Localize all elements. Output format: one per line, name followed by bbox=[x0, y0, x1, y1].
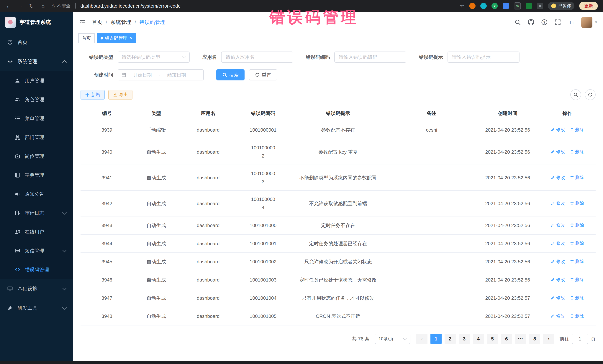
sidebar-item-notice[interactable]: 通知公告 bbox=[0, 185, 73, 203]
edit-button[interactable]: 修改 bbox=[551, 276, 565, 284]
delete-button[interactable]: 删除 bbox=[570, 276, 584, 284]
header-id: 编号 bbox=[81, 106, 133, 121]
error-type-select[interactable]: 请选择错误码类型 bbox=[118, 52, 190, 63]
search-button[interactable]: 搜索 bbox=[216, 69, 244, 80]
cell-msg: 参数配置不存在 bbox=[289, 121, 387, 139]
error-code-input[interactable] bbox=[334, 52, 406, 63]
cell-remark bbox=[387, 271, 476, 289]
sidebar-item-user-management[interactable]: 用户管理 bbox=[0, 71, 73, 90]
address-bar[interactable]: dashboard.yudao.iocoder.cn/system/error-… bbox=[81, 3, 181, 9]
sidebar-item-home[interactable]: 首页 bbox=[0, 33, 73, 52]
home-icon[interactable]: ⌂ bbox=[40, 3, 46, 9]
extension-icon[interactable] bbox=[537, 3, 543, 9]
sidebar-item-audit-log[interactable]: 审计日志 bbox=[0, 203, 73, 222]
error-msg-input[interactable] bbox=[448, 52, 520, 63]
export-button[interactable]: 导出 bbox=[108, 90, 132, 99]
sidebar-item-dept-management[interactable]: 部门管理 bbox=[0, 128, 73, 147]
app-logo[interactable]: 芋道管理系统 bbox=[0, 12, 73, 33]
end-date-input[interactable] bbox=[162, 72, 191, 78]
sidebar-item-online-user[interactable]: 在线用户 bbox=[0, 222, 73, 241]
forward-icon[interactable]: → bbox=[17, 3, 23, 9]
edit-button[interactable]: 修改 bbox=[551, 221, 565, 230]
bookmark-star-icon[interactable]: ☆ bbox=[460, 3, 464, 9]
add-button[interactable]: 新增 bbox=[81, 90, 105, 99]
refresh-button[interactable] bbox=[585, 89, 596, 100]
tab-error-code[interactable]: 错误码管理 × bbox=[97, 33, 136, 43]
extension-icon[interactable] bbox=[480, 3, 487, 9]
page-button-5[interactable]: 5 bbox=[487, 334, 498, 344]
profile-avatar-icon bbox=[551, 3, 556, 8]
back-icon[interactable]: ← bbox=[5, 3, 12, 9]
edit-button[interactable]: 修改 bbox=[551, 239, 565, 248]
breadcrumb-current: 错误码管理 bbox=[139, 19, 165, 26]
delete-button[interactable]: 删除 bbox=[570, 147, 584, 156]
breadcrumb-home[interactable]: 首页 bbox=[92, 19, 103, 26]
help-icon[interactable]: ? bbox=[541, 19, 547, 25]
reload-icon[interactable]: ↻ bbox=[28, 3, 35, 9]
delete-button[interactable]: 删除 bbox=[570, 173, 584, 182]
app-name-input[interactable] bbox=[221, 52, 293, 63]
edit-button[interactable]: 修改 bbox=[551, 257, 565, 266]
screen: ← → ↻ ⌂ ⚠ 不安全 dashboard.yudao.iocoder.cn… bbox=[0, 0, 603, 364]
delete-button[interactable]: 删除 bbox=[570, 221, 584, 230]
sidebar-item-infrastructure[interactable]: 基础设施 bbox=[0, 279, 73, 298]
font-size-icon[interactable]: TT bbox=[568, 19, 574, 25]
sidebar-item-dev-tools[interactable]: 研发工具 bbox=[0, 298, 73, 318]
more-pages-button[interactable]: ••• bbox=[515, 334, 526, 344]
extension-icon[interactable]: on bbox=[514, 2, 521, 10]
github-icon[interactable] bbox=[528, 19, 534, 25]
security-warning[interactable]: ⚠ 不安全 bbox=[51, 3, 70, 9]
search-icon[interactable] bbox=[514, 19, 521, 25]
book-icon bbox=[14, 172, 20, 178]
date-range-picker[interactable]: - bbox=[118, 69, 204, 80]
page-button-1[interactable]: 1 bbox=[430, 334, 441, 344]
cell-app: dashboard bbox=[179, 190, 237, 216]
extension-icon[interactable] bbox=[469, 3, 475, 9]
delete-button[interactable]: 删除 bbox=[570, 199, 584, 208]
sidebar-item-post-management[interactable]: 岗位管理 bbox=[0, 147, 73, 166]
goto-page-input[interactable] bbox=[572, 334, 588, 344]
edit-button[interactable]: 修改 bbox=[551, 312, 565, 320]
tab-home[interactable]: 首页 bbox=[78, 33, 95, 43]
edit-button[interactable]: 修改 bbox=[551, 173, 565, 182]
page-button-6[interactable]: 6 bbox=[501, 334, 512, 344]
edit-button[interactable]: 修改 bbox=[551, 199, 565, 208]
page-button-4[interactable]: 4 bbox=[473, 334, 484, 344]
svg-text:?: ? bbox=[543, 20, 545, 24]
edit-button[interactable]: 修改 bbox=[551, 147, 565, 156]
edit-button[interactable]: 修改 bbox=[551, 125, 565, 134]
cell-remark bbox=[387, 289, 476, 307]
delete-button[interactable]: 删除 bbox=[570, 294, 584, 302]
sidebar-item-role-management[interactable]: 角色管理 bbox=[0, 90, 73, 109]
next-page-button[interactable]: › bbox=[543, 334, 554, 344]
extension-icon[interactable] bbox=[503, 3, 509, 9]
reset-button[interactable]: 重置 bbox=[249, 69, 277, 80]
prev-page-button[interactable]: ‹ bbox=[416, 334, 428, 344]
sidebar-item-sms-management[interactable]: 短信管理 bbox=[0, 241, 73, 260]
profile-paused-badge[interactable]: 已暂停 bbox=[548, 2, 574, 10]
breadcrumb-system[interactable]: 系统管理 bbox=[111, 19, 131, 26]
extension-icon[interactable]: V bbox=[491, 3, 498, 9]
fullscreen-icon[interactable] bbox=[555, 19, 561, 25]
page-size-select[interactable]: 10条/页 bbox=[375, 334, 410, 344]
hamburger-icon[interactable] bbox=[79, 19, 86, 26]
delete-button[interactable]: 删除 bbox=[570, 312, 584, 320]
sidebar-item-dict-management[interactable]: 字典管理 bbox=[0, 166, 73, 185]
page-button-2[interactable]: 2 bbox=[445, 334, 456, 344]
sidebar-item-error-code[interactable]: 错误码管理 bbox=[0, 260, 73, 279]
extension-icon[interactable] bbox=[526, 3, 532, 9]
delete-button[interactable]: 删除 bbox=[570, 125, 584, 134]
toggle-search-button[interactable] bbox=[570, 89, 581, 100]
start-date-input[interactable] bbox=[128, 72, 157, 78]
sidebar-item-menu-management[interactable]: 菜单管理 bbox=[0, 109, 73, 128]
browser-update-button[interactable]: 更新 bbox=[579, 2, 598, 10]
delete-button[interactable]: 删除 bbox=[570, 239, 584, 248]
page-button-3[interactable]: 3 bbox=[459, 334, 470, 344]
close-icon[interactable]: × bbox=[130, 36, 132, 40]
user-menu[interactable]: ▾ bbox=[581, 17, 597, 28]
gear-icon bbox=[7, 59, 13, 65]
delete-button[interactable]: 删除 bbox=[570, 257, 584, 266]
sidebar-item-system-management[interactable]: 系统管理 bbox=[0, 52, 73, 71]
edit-button[interactable]: 修改 bbox=[551, 294, 565, 302]
page-button-8[interactable]: 8 bbox=[529, 334, 540, 344]
